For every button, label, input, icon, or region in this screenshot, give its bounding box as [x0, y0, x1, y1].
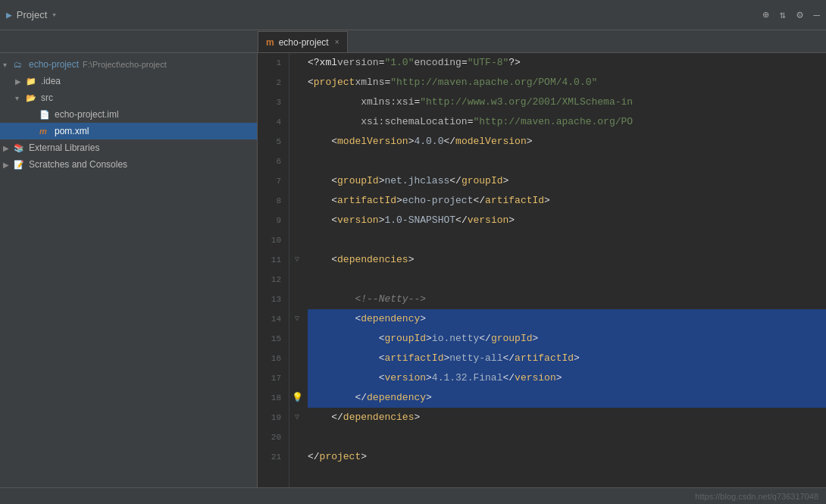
- line-num-2: 2: [258, 73, 281, 92]
- code-line-19: </ dependencies >: [308, 408, 826, 427]
- title-bar-icons: ⊕ ⇅ ⚙ —: [762, 8, 820, 21]
- main-area: ▾ 🗂 echo-project F:\Project\echo-project…: [0, 53, 826, 487]
- code-token: groupId: [491, 329, 533, 349]
- settings-icon[interactable]: ⚙: [796, 8, 803, 21]
- title-bar-left: ▶ Project ▾: [6, 9, 264, 21]
- sidebar-item-echo-project[interactable]: ▾ 🗂 echo-project F:\Project\echo-project: [0, 56, 257, 73]
- ext-lib-icon: 📚: [14, 143, 26, 153]
- chevron-icon: ▶: [3, 161, 14, 169]
- code-token: >: [544, 191, 550, 211]
- editor: 1 2 3 4 5 6 7 8 9 10 11 12 13 14 15 16 1…: [258, 53, 826, 487]
- code-token: >: [503, 171, 509, 191]
- code-token: [308, 368, 379, 388]
- line-num-19: 19: [258, 408, 281, 427]
- code-token: [308, 112, 361, 132]
- tab-close-button[interactable]: ×: [335, 38, 339, 46]
- line-numbers: 1 2 3 4 5 6 7 8 9 10 11 12 13 14 15 16 1…: [258, 53, 289, 487]
- sidebar: ▾ 🗂 echo-project F:\Project\echo-project…: [0, 53, 258, 487]
- code-token: </: [473, 191, 485, 211]
- code-token: [308, 309, 355, 329]
- line-num-3: 3: [258, 92, 281, 112]
- code-token: netty-all: [449, 349, 502, 368]
- code-token: </: [443, 132, 455, 152]
- chevron-icon: ▾: [3, 61, 14, 69]
- sidebar-item-label: .idea: [41, 76, 61, 86]
- code-line-3: xmlns:xsi = "http://www.w3.org/2001/XMLS…: [308, 92, 826, 112]
- code-content[interactable]: <?xml version = "1.0" encoding = "UTF-8"…: [305, 53, 826, 487]
- code-area[interactable]: 1 2 3 4 5 6 7 8 9 10 11 12 13 14 15 16 1…: [258, 53, 826, 487]
- code-token: project: [320, 447, 361, 467]
- sidebar-item-label-project: echo-project: [29, 59, 79, 70]
- pom-xml-tab[interactable]: m echo-project ×: [258, 31, 348, 52]
- code-token: <: [379, 368, 385, 388]
- fold-icon-14[interactable]: ▽: [289, 309, 305, 329]
- bulb-icon-18[interactable]: 💡: [289, 388, 305, 408]
- code-token: =: [384, 73, 390, 92]
- code-token: </: [479, 329, 491, 349]
- sync-icon[interactable]: ⇅: [780, 8, 786, 21]
- code-token: >: [396, 191, 402, 211]
- code-token: >: [426, 368, 432, 388]
- status-url: https://blog.csdn.net/q736317048: [695, 492, 818, 501]
- code-token: "http://maven.apache.org/POM/4.0.0": [390, 73, 597, 92]
- code-token: artifactId: [515, 349, 574, 368]
- code-token: groupId: [384, 329, 426, 349]
- code-token: >: [361, 447, 367, 467]
- code-token: [308, 290, 355, 309]
- code-token: "http://www.w3.org/2001/XMLSchema-in: [420, 92, 633, 112]
- code-gutter: ▽ ▽ 💡 ▽: [289, 53, 305, 487]
- line-num-11: 11: [258, 250, 281, 270]
- add-icon[interactable]: ⊕: [762, 8, 768, 21]
- sidebar-item-src[interactable]: ▾ 📂 src: [0, 89, 257, 106]
- code-token: <: [379, 329, 385, 349]
- code-token: >: [379, 211, 385, 230]
- sidebar-item-iml[interactable]: ▶ 📄 echo-project.iml: [0, 106, 257, 123]
- code-line-13: <!--Netty-->: [308, 290, 826, 309]
- minimize-icon[interactable]: —: [814, 9, 820, 21]
- code-token: >: [533, 329, 539, 349]
- code-token: >: [408, 250, 415, 270]
- code-token: version: [515, 368, 556, 388]
- code-token: >: [527, 132, 533, 152]
- title-bar-title: Project: [17, 9, 47, 20]
- code-token: 4.1.32.Final: [432, 368, 503, 388]
- code-line-16: < artifactId > netty-all </ artifactId >: [308, 349, 826, 368]
- fold-icon-19[interactable]: ▽: [289, 408, 305, 427]
- code-token: dependency: [361, 309, 420, 329]
- code-line-2: < project xmlns = "http://maven.apache.o…: [308, 73, 826, 92]
- code-token: </: [308, 447, 320, 467]
- fold-icon-21[interactable]: [289, 447, 305, 467]
- code-token: "http://maven.apache.org/PO: [473, 112, 633, 132]
- title-bar-chevron[interactable]: ▾: [52, 10, 57, 20]
- sidebar-item-idea[interactable]: ▶ 📁 .idea: [0, 73, 257, 89]
- sidebar-item-external-libraries[interactable]: ▶ 📚 External Libraries: [0, 139, 257, 156]
- sidebar-item-pom[interactable]: ▶ m pom.xml: [0, 123, 257, 139]
- code-token: modelVersion: [337, 132, 408, 152]
- fold-icon-11[interactable]: ▽: [289, 250, 305, 270]
- code-token: encoding: [414, 53, 461, 73]
- pom-file-icon: m: [39, 127, 52, 136]
- code-token: [308, 329, 379, 349]
- sidebar-item-scratches[interactable]: ▶ 📝 Scratches and Consoles: [0, 156, 257, 173]
- code-token: 1.0-SNAPSHOT: [384, 211, 455, 230]
- line-num-1: 1: [258, 53, 281, 73]
- folder-icon: 📂: [26, 93, 38, 103]
- line-num-15: 15: [258, 329, 281, 349]
- line-num-8: 8: [258, 191, 281, 211]
- tab-bar: m echo-project ×: [0, 30, 826, 53]
- code-token: [308, 211, 331, 230]
- code-token: dependencies: [337, 250, 408, 270]
- code-line-6: [308, 152, 826, 171]
- line-num-5: 5: [258, 132, 281, 152]
- code-token: groupId: [337, 171, 379, 191]
- code-token: [308, 388, 355, 408]
- code-token: version: [384, 368, 426, 388]
- line-num-7: 7: [258, 171, 281, 191]
- code-line-7: < groupId > net.jhclass </ groupId >: [308, 171, 826, 191]
- code-line-21: </ project >: [308, 447, 826, 467]
- code-token: >: [556, 368, 562, 388]
- code-token: </: [455, 211, 468, 230]
- code-token: <?xml: [308, 53, 337, 73]
- code-token: </: [355, 388, 367, 408]
- iml-file-icon: 📄: [39, 110, 52, 120]
